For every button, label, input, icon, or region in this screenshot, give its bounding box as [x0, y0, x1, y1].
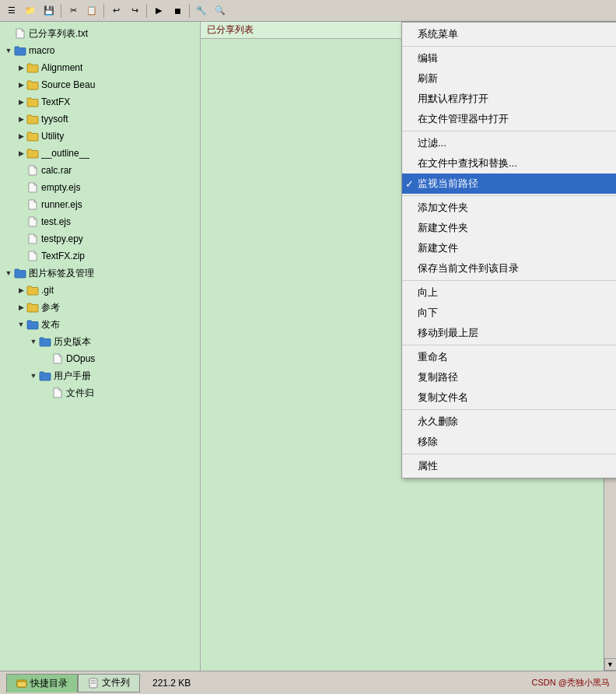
expand-arrow-tyysoft: ▶ — [16, 114, 26, 124]
toolbar-btn-3[interactable]: 💾 — [40, 2, 58, 19]
expand-arrow-test-ejs — [16, 216, 26, 227]
tree-item-test-ejs[interactable]: test.ejs — [0, 213, 200, 230]
expand-arrow-utility: ▶ — [16, 131, 26, 142]
context-menu: 系统菜单编辑Enter刷新F5用默认程序打开在文件管理器中打开过滤...在文件中… — [401, 22, 616, 478]
toolbar-btn-4[interactable]: ✂ — [65, 2, 82, 19]
toolbar-sep-1 — [61, 4, 61, 18]
label-tyysoft: tyysoft — [41, 114, 68, 124]
expand-arrow-empty-ejs — [16, 182, 26, 193]
tree-item-shared-list[interactable]: 已分享列表.txt — [0, 25, 200, 42]
ctx-item-add-folder[interactable]: 添加文件夹 — [402, 198, 616, 218]
icon-textfx-zip — [26, 251, 39, 261]
toolbar: ☰ 📁 💾 ✂ 📋 ↩ ↪ ▶ ⏹ 🔧 🔍 — [0, 0, 616, 22]
ctx-item-down[interactable]: 向下Ctrl+Down — [402, 303, 616, 323]
tree-item-runner-ejs[interactable]: runner.ejs — [0, 196, 200, 213]
ctx-item-new-file[interactable]: 新建文件 — [402, 238, 616, 258]
tree-item-publish[interactable]: ▼ 发布 — [0, 316, 200, 333]
tree-item-calc-rar[interactable]: calc.rar — [0, 162, 200, 179]
icon-utility — [26, 131, 39, 142]
icon-outline — [26, 148, 39, 159]
ctx-label-properties: 属性 — [418, 459, 616, 473]
tab-quick-dir-label: 快捷目录 — [30, 677, 68, 690]
label-publish: 发布 — [41, 318, 60, 331]
ctx-separator-15 — [402, 280, 616, 281]
tree-item-reference[interactable]: ▶ 参考 — [0, 299, 200, 316]
icon-source-beau — [26, 79, 39, 90]
label-testpy-epy: testpy.epy — [41, 233, 83, 244]
icon-macro — [14, 45, 26, 56]
scroll-down-arrow[interactable]: ▼ — [604, 658, 617, 671]
quick-dir-icon — [16, 678, 27, 689]
tree-item-dopus-file[interactable]: DOpus — [0, 350, 200, 367]
ctx-item-new-folder[interactable]: 新建文件夹 — [402, 218, 616, 238]
icon-history — [39, 336, 51, 347]
tree-item-textfx-zip[interactable]: TextFX.zip — [0, 247, 200, 265]
ctx-item-permanent-delete[interactable]: 永久删除Shift+Del — [402, 412, 616, 432]
expand-arrow-outline: ▶ — [16, 148, 26, 159]
svg-rect-1 — [17, 682, 26, 687]
ctx-label-refresh: 刷新 — [418, 72, 616, 86]
label-empty-ejs: empty.ejs — [41, 182, 80, 193]
right-panel-title: 已分享列表 — [207, 23, 254, 37]
toolbar-btn-8[interactable]: ▶ — [150, 2, 167, 19]
expand-arrow-calc-rar — [16, 165, 26, 176]
tree-item-macro[interactable]: ▼ macro — [0, 42, 200, 59]
tab-file-list[interactable]: 文件列 — [78, 674, 140, 692]
ctx-item-filter[interactable]: 过滤... — [402, 133, 616, 153]
ctx-label-save-to-dir: 保存当前文件到该目录 — [418, 261, 616, 275]
ctx-check-monitor-path: ✓ — [405, 178, 414, 190]
tree-item-image-tag[interactable]: ▼ 图片标签及管理 — [0, 265, 200, 282]
ctx-label-monitor-path: 监视当前路径 — [418, 177, 616, 191]
toolbar-btn-7[interactable]: ↪ — [126, 2, 143, 19]
toolbar-btn-2[interactable]: 📁 — [22, 2, 39, 19]
ctx-item-open-default[interactable]: 用默认程序打开 — [402, 89, 616, 109]
ctx-item-copy-path[interactable]: 复制路径 — [402, 367, 616, 387]
ctx-item-refresh[interactable]: 刷新F5 — [402, 68, 616, 89]
toolbar-btn-11[interactable]: 🔍 — [212, 2, 229, 19]
ctx-item-move-top[interactable]: 移动到最上层 — [402, 323, 616, 343]
tree-item-git[interactable]: ▶ .git — [0, 282, 200, 299]
ctx-item-system-menu[interactable]: 系统菜单 — [402, 24, 616, 44]
ctx-label-system-menu: 系统菜单 — [418, 27, 616, 41]
tree-item-history[interactable]: ▼ 历史版本 — [0, 333, 200, 350]
ctx-separator-6 — [402, 131, 616, 131]
toolbar-btn-10[interactable]: 🔧 — [193, 2, 210, 19]
icon-publish — [26, 319, 39, 330]
tree-item-utility[interactable]: ▶ Utility — [0, 128, 200, 145]
tree-item-user-manual[interactable]: ▼ 用户手册 — [0, 367, 200, 384]
ctx-label-copy-path: 复制路径 — [418, 370, 616, 384]
ctx-item-monitor-path[interactable]: ✓监视当前路径 — [402, 174, 616, 194]
tree-item-testpy-epy[interactable]: testpy.epy — [0, 230, 200, 247]
toolbar-btn-5[interactable]: 📋 — [83, 2, 100, 19]
ctx-item-open-explorer[interactable]: 在文件管理器中打开 — [402, 109, 616, 129]
icon-reference — [26, 302, 39, 313]
status-size: 221.2 KB — [152, 678, 191, 689]
expand-arrow-dopus-file — [40, 353, 51, 364]
ctx-item-remove[interactable]: 移除Del — [402, 432, 616, 452]
ctx-item-rename[interactable]: 重命名F2 — [402, 347, 616, 367]
tab-quick-dir[interactable]: 快捷目录 — [6, 674, 78, 692]
tree-item-empty-ejs[interactable]: empty.ejs — [0, 179, 200, 196]
ctx-separator-1 — [402, 46, 616, 47]
ctx-item-properties[interactable]: 属性 — [402, 456, 616, 476]
ctx-item-find-replace[interactable]: 在文件中查找和替换...Ctrl+Shift+F — [402, 153, 616, 174]
tree-item-outline[interactable]: ▶ __outline__ — [0, 145, 200, 162]
tree-item-file-gui[interactable]: 文件归 — [0, 384, 200, 401]
tree-item-tyysoft[interactable]: ▶ tyysoft — [0, 110, 200, 128]
ctx-label-permanent-delete: 永久删除 — [418, 415, 616, 429]
ctx-item-edit[interactable]: 编辑Enter — [402, 48, 616, 68]
ctx-separator-10 — [402, 195, 616, 196]
tree-item-alignment[interactable]: ▶ Alignment — [0, 59, 200, 76]
tree-item-source-beau[interactable]: ▶ Source Beau — [0, 76, 200, 93]
ctx-label-new-file: 新建文件 — [418, 241, 616, 255]
label-reference: 参考 — [41, 301, 60, 314]
toolbar-btn-1[interactable]: ☰ — [3, 2, 20, 19]
ctx-item-save-to-dir[interactable]: 保存当前文件到该目录 — [402, 258, 616, 279]
ctx-item-up[interactable]: 向上Ctrl+Up — [402, 282, 616, 303]
tree-item-textfx[interactable]: ▶ TextFX — [0, 93, 200, 110]
expand-arrow-textfx: ▶ — [16, 96, 26, 107]
toolbar-btn-9[interactable]: ⏹ — [169, 2, 186, 19]
ctx-separator-26 — [402, 454, 616, 454]
ctx-item-copy-filename[interactable]: 复制文件名 — [402, 387, 616, 408]
toolbar-btn-6[interactable]: ↩ — [107, 2, 124, 19]
